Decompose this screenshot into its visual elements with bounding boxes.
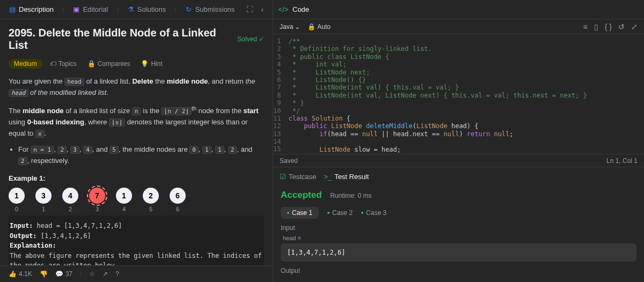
list-node-index: 1 bbox=[42, 206, 45, 212]
tab-description-label: Description bbox=[19, 5, 54, 13]
list-node: 7 bbox=[89, 188, 105, 204]
description-footer: 👍4.1K 👎 💬37 | ☆ ↗ ? bbox=[0, 265, 273, 282]
feedback-button[interactable]: ? bbox=[115, 270, 119, 278]
fullscreen-icon[interactable]: ⤢ bbox=[631, 23, 638, 31]
like-button[interactable]: 👍4.1K bbox=[9, 270, 32, 278]
list-node: 6 bbox=[170, 188, 186, 204]
list-node-index: 2 bbox=[69, 206, 72, 212]
list-node: 1 bbox=[9, 188, 25, 204]
bulb-icon: 💡 bbox=[141, 60, 149, 68]
question-icon: ? bbox=[115, 270, 119, 278]
example-1-block: Input: head = [1,3,4,7,1,2,6] Output: [1… bbox=[9, 216, 264, 265]
bookmark-icon[interactable]: ▯ bbox=[594, 23, 598, 31]
case-1-button[interactable]: Case 1 bbox=[281, 207, 319, 219]
comment-icon: 💬 bbox=[55, 270, 63, 278]
problem-description: You are given the head of a linked list.… bbox=[9, 76, 264, 167]
star-icon: ☆ bbox=[89, 270, 95, 278]
thumbs-up-icon: 👍 bbox=[9, 270, 17, 278]
tab-editorial[interactable]: ▣ Editorial bbox=[70, 4, 110, 14]
tab-solutions[interactable]: ⚗ Solutions bbox=[125, 4, 168, 14]
book-icon: ▣ bbox=[72, 6, 80, 13]
input-label: Input bbox=[281, 224, 636, 232]
description-body: 2095. Delete the Middle Node of a Linked… bbox=[0, 19, 273, 265]
list-node: 2 bbox=[143, 188, 159, 204]
code-panel: </> Code Java⌄ 🔒Auto ≡ ▯ { } ↺ ⤢ 1234567… bbox=[273, 0, 644, 282]
code-editor[interactable]: 123456789101112131415 /** * Definition f… bbox=[273, 34, 644, 154]
list-node-index: 4 bbox=[122, 206, 126, 212]
example-1-title: Example 1: bbox=[9, 174, 264, 182]
comments-button[interactable]: 💬37 bbox=[55, 270, 72, 278]
topics-button[interactable]: 🏷Topics bbox=[47, 59, 80, 69]
problem-title: 2095. Delete the Middle Node of a Linked… bbox=[9, 27, 231, 51]
list-node: 3 bbox=[35, 188, 52, 204]
list-node: 1 bbox=[116, 188, 132, 204]
check-icon: ✓ bbox=[259, 35, 264, 43]
braces-icon[interactable]: { } bbox=[605, 23, 612, 31]
verdict: Accepted bbox=[281, 190, 322, 201]
language-select[interactable]: Java⌄ bbox=[280, 23, 300, 31]
expand-icon[interactable]: ⛶ bbox=[246, 6, 253, 13]
dislike-button[interactable]: 👎 bbox=[40, 270, 48, 278]
saved-status: Saved bbox=[280, 157, 298, 165]
line-gutter: 123456789101112131415 bbox=[273, 34, 285, 154]
head-eq-label: head = bbox=[283, 235, 636, 241]
code-label: Code bbox=[292, 5, 309, 13]
share-button[interactable]: ↗ bbox=[103, 270, 108, 278]
code-lines: /** * Definition for singly-linked list.… bbox=[285, 34, 587, 154]
input-value: [1,3,4,7,1,2,6] bbox=[281, 243, 636, 262]
tab-testresult[interactable]: >_Test Result bbox=[324, 173, 369, 181]
list-node: 4 bbox=[62, 188, 78, 204]
list-node-index: 5 bbox=[149, 206, 152, 212]
tab-editorial-label: Editorial bbox=[83, 5, 108, 13]
share-icon: ↗ bbox=[103, 270, 108, 278]
list-node-index: 3 bbox=[96, 206, 99, 212]
chevron-down-icon: ⌄ bbox=[295, 23, 300, 31]
solved-badge: Solved ✓ bbox=[237, 35, 264, 43]
clock-icon: ↻ bbox=[185, 6, 193, 13]
tab-solutions-label: Solutions bbox=[137, 5, 166, 13]
lock-icon: 🔒 bbox=[308, 23, 316, 31]
runtime: Runtime: 0 ms bbox=[330, 192, 371, 199]
tab-submissions-label: Submissions bbox=[195, 5, 235, 13]
thumbs-down-icon: 👎 bbox=[40, 270, 48, 278]
description-panel: ▤ Description | ▣ Editorial | ⚗ Solution… bbox=[0, 0, 273, 282]
list-node-index: 0 bbox=[15, 206, 18, 212]
case-2-button[interactable]: Case 2 bbox=[327, 209, 353, 217]
tab-testcase[interactable]: ☑Testcase bbox=[280, 173, 316, 181]
doc-icon: ▤ bbox=[9, 6, 16, 13]
star-button[interactable]: ☆ bbox=[89, 270, 95, 278]
code-header: </> Code bbox=[273, 0, 644, 19]
tag-icon: 🏷 bbox=[50, 60, 56, 68]
code-icon: </> bbox=[280, 6, 287, 13]
terminal-icon: >_ bbox=[324, 173, 332, 181]
tab-submissions[interactable]: ↻ Submissions bbox=[183, 4, 237, 14]
linked-list-diagram: 10314273142566 bbox=[9, 188, 264, 212]
difficulty-pill: Medium bbox=[9, 59, 42, 69]
lock-icon: 🔒 bbox=[87, 60, 96, 68]
tab-description[interactable]: ▤ Description bbox=[6, 4, 56, 14]
output-label: Output bbox=[281, 267, 636, 274]
code-toolbar: Java⌄ 🔒Auto ≡ ▯ { } ↺ ⤢ bbox=[273, 19, 644, 34]
check-square-icon: ☑ bbox=[280, 173, 286, 181]
companies-button[interactable]: 🔒Companies bbox=[84, 59, 134, 69]
left-tabs: ▤ Description | ▣ Editorial | ⚗ Solution… bbox=[0, 0, 273, 19]
cursor-position: Ln 1, Col 1 bbox=[606, 157, 638, 165]
result-panel: ☑Testcase >_Test Result Accepted Runtime… bbox=[273, 167, 644, 282]
case-3-button[interactable]: Case 3 bbox=[361, 209, 386, 217]
hint-button[interactable]: 💡Hint bbox=[137, 59, 165, 69]
list-node-index: 6 bbox=[176, 206, 179, 212]
format-icon[interactable]: ≡ bbox=[583, 23, 588, 31]
editor-status-bar: Saved Ln 1, Col 1 bbox=[273, 154, 644, 167]
reset-icon[interactable]: ↺ bbox=[618, 23, 625, 31]
auto-toggle[interactable]: 🔒Auto bbox=[308, 23, 331, 31]
collapse-left-icon[interactable]: ‹ bbox=[259, 6, 266, 13]
flask-icon: ⚗ bbox=[127, 6, 135, 13]
